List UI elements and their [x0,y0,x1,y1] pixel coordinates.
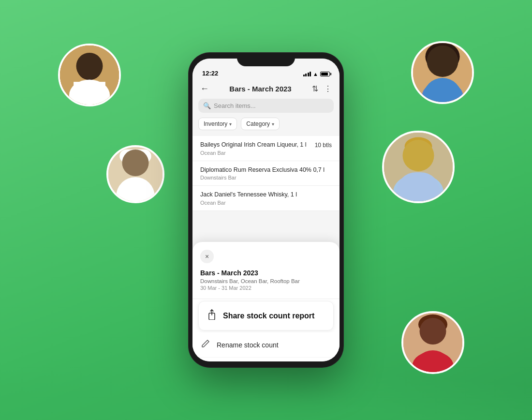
battery-icon [320,72,330,76]
svg-rect-18 [403,313,462,372]
sheet-close-area: × [192,250,340,269]
filter-row: Inventory ▾ Category ▾ [192,118,340,136]
header-actions: ⇅ ⋮ [312,84,332,93]
phone-device: 12:22 ▲ ← Bars - March 2023 ⇅ ⋮ [189,53,343,367]
share-icon [207,309,217,322]
phone-wrapper: 12:22 ▲ ← Bars - March 2023 ⇅ ⋮ [189,53,343,367]
search-bar[interactable]: 🔍 Search items... [198,99,334,113]
sheet-date: 30 Mar - 31 Mar 2022 [200,285,332,291]
list-item[interactable]: Baileys Original Irish Cream Liqueur, 1 … [192,136,340,161]
bottom-sheet: × Bars - March 2023 Downstairs Bar, Ocea… [192,242,340,361]
close-icon: × [205,253,209,260]
svg-rect-11 [119,150,151,163]
items-list: Baileys Original Irish Cream Liqueur, 1 … [192,136,340,211]
svg-point-19 [418,315,447,334]
header-title: Bars - March 2023 [213,85,308,93]
svg-point-7 [425,43,459,71]
item-name: Baileys Original Irish Cream Liqueur, 1 … [200,141,307,150]
item-name: Jack Daniel's Tennessee Whisky, 1 l [200,191,297,199]
list-item[interactable]: Jack Daniel's Tennessee Whisky, 1 l Ocea… [192,186,340,211]
item-name: Diplomatico Rum Reserva Exclusiva 40% 0,… [200,166,325,175]
sheet-title: Bars - March 2023 [200,269,332,277]
share-action-label: Share stock count report [223,312,314,320]
phone-screen: 12:22 ▲ ← Bars - March 2023 ⇅ ⋮ [192,59,340,361]
avatar-top-left [58,44,121,106]
app-header: ← Bars - March 2023 ⇅ ⋮ [192,80,340,99]
list-item[interactable]: Diplomatico Rum Reserva Exclusiva 40% 0,… [192,161,340,186]
rename-action-label: Rename stock count [217,341,279,349]
signal-icon [303,72,311,76]
wifi-icon: ▲ [313,71,318,77]
inventory-filter[interactable]: Inventory ▾ [198,118,237,130]
rename-action[interactable]: Rename stock count [192,332,340,358]
item-info: Diplomatico Rum Reserva Exclusiva 40% 0,… [200,166,325,181]
svg-rect-6 [413,43,472,102]
avatar-top-right [411,41,474,104]
pencil-icon [200,339,211,350]
more-button[interactable]: ⋮ [324,84,332,93]
sheet-actions: Share stock count report Rename stock co… [192,299,340,358]
avatar-bottom-right [401,311,464,374]
search-icon: 🔍 [203,102,211,109]
item-count: 10 btls [315,142,332,149]
category-filter[interactable]: Category ▾ [241,118,280,130]
avatar-middle-left [106,145,164,203]
svg-point-13 [115,185,156,201]
item-info: Jack Daniel's Tennessee Whisky, 1 l Ocea… [200,191,297,206]
item-location: Ocean Bar [200,150,307,156]
sheet-subtitle: Downstairs Bar, Ocean Bar, Rooftop Bar [200,278,332,284]
item-location: Downstairs Bar [200,175,325,180]
chevron-down-icon: ▾ [272,121,274,127]
svg-rect-10 [108,147,163,201]
status-time: 12:22 [202,70,218,77]
share-action[interactable]: Share stock count report [198,301,334,330]
chevron-down-icon: ▾ [229,121,232,127]
sheet-info: Bars - March 2023 Downstairs Bar, Ocean … [192,269,340,297]
svg-rect-5 [74,82,105,105]
status-icons: ▲ [303,71,330,77]
sort-button[interactable]: ⇅ [312,84,318,93]
avatar-middle-right [382,131,455,203]
svg-point-9 [422,82,463,102]
svg-point-15 [405,137,432,155]
svg-rect-0 [60,45,119,105]
category-filter-label: Category [246,120,270,127]
phone-notch [237,53,295,66]
item-location: Ocean Bar [200,200,297,206]
inventory-filter-label: Inventory [204,120,227,127]
close-button[interactable]: × [200,250,214,263]
back-button[interactable]: ← [200,84,209,94]
search-placeholder-text: Search items... [214,102,256,109]
svg-point-1 [77,55,103,80]
svg-point-2 [80,57,99,77]
item-info: Baileys Original Irish Cream Liqueur, 1 … [200,141,307,156]
